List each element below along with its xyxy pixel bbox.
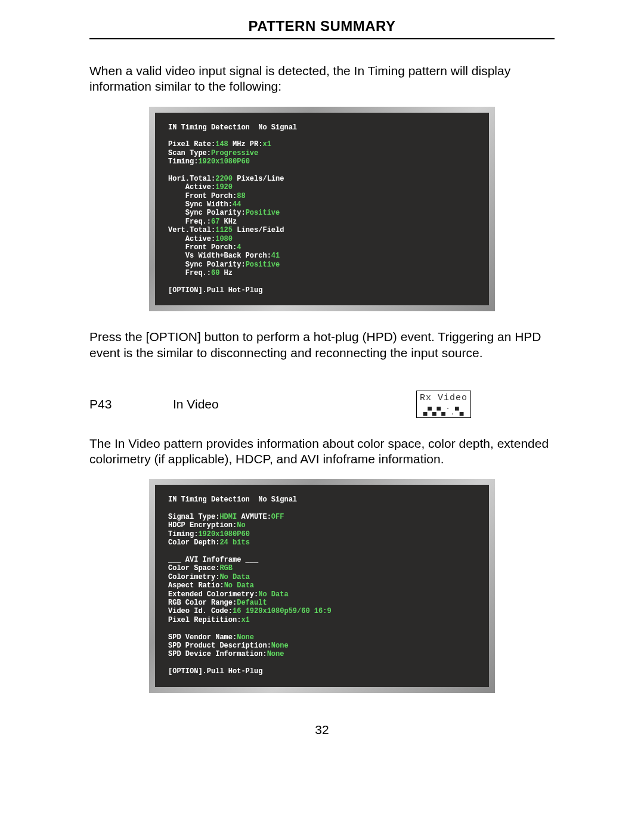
s2-line: Colorimetry: (168, 573, 219, 581)
s1-line: IN Timing Detection No Signal (168, 123, 297, 132)
s1-val: 60 (211, 269, 219, 277)
s1-val: 41 (271, 252, 280, 260)
s1-val: 1125 (215, 226, 233, 234)
s2-line: Aspect Ratio: (168, 581, 224, 590)
s1-line: Timing: (168, 157, 198, 166)
s1-line: [OPTION].Pull Hot-Plug (168, 286, 262, 295)
s1-line: Freq.: (168, 218, 211, 226)
s1-val: 4 (237, 243, 241, 252)
pattern-icon-label: Rx Video (420, 393, 467, 403)
s2-val: 1920x1080P60 (198, 530, 249, 538)
s2-val: No (237, 521, 245, 529)
s2-line: Signal Type: (168, 513, 219, 521)
s2-val: None (237, 633, 254, 642)
page-container: PATTERN SUMMARY When a valid video input… (0, 0, 644, 761)
s2-line: Color Space: (168, 564, 219, 572)
pattern-id: P43 (89, 397, 173, 411)
s1-line: Freq.: (168, 269, 211, 277)
s1-line: Vs Width+Back Porch: (168, 252, 271, 260)
s2-line: Extended Colorimetry: (168, 590, 258, 599)
s2-line: Color Depth: (168, 538, 219, 547)
s1-line: Lines/Field (233, 226, 284, 234)
s2-val: No Data (258, 590, 288, 599)
s2-val: None (271, 642, 289, 650)
screenshot-1: IN Timing Detection No Signal Pixel Rate… (155, 113, 489, 306)
s2-val: Default (237, 599, 267, 607)
s2-line: SPD Device Information: (168, 650, 267, 658)
pattern-icon-glyphs: ▄ ▄ . ▄▄ ▄ ▄ . ▄ (420, 404, 467, 415)
title-rule (89, 38, 555, 39)
s2-line: SPD Product Description: (168, 642, 271, 650)
s2-val: None (267, 650, 284, 658)
s2-val: No Data (219, 573, 249, 581)
s2-line: IN Timing Detection No Signal (168, 496, 297, 504)
s1-line: Hori.Total: (168, 175, 215, 183)
s1-val: Progressive (211, 149, 258, 157)
s2-val: RGB (219, 564, 233, 572)
s1-val: Positive (246, 261, 280, 269)
s2-val: OFF (271, 513, 284, 521)
s2-val: x1 (241, 616, 249, 624)
pattern-icon: Rx Video ▄ ▄ . ▄▄ ▄ ▄ . ▄ (416, 391, 471, 418)
s1-line: Hz (219, 269, 233, 277)
s1-line: Active: (168, 183, 215, 191)
s2-line: AVMUTE: (237, 513, 271, 521)
s2-val: No Data (224, 581, 254, 590)
s1-line: Pixels/Line (233, 175, 284, 183)
s1-val: 2200 (215, 175, 233, 183)
intro-paragraph: When a valid video input signal is detec… (89, 63, 555, 95)
pattern-name: In Video (173, 397, 292, 411)
page-number: 32 (89, 723, 555, 737)
s1-line: Sync Polarity: (168, 261, 246, 269)
s1-val: x1 (262, 140, 271, 148)
desc-paragraph: The In Video pattern provides informatio… (89, 436, 555, 467)
s1-val: 148 (215, 140, 228, 148)
s2-line: SPD Vendor Name: (168, 633, 237, 642)
s2-line: HDCP Encryption: (168, 521, 237, 529)
s1-line: MHz PR: (228, 140, 263, 148)
s2-val: HDMI (219, 513, 237, 521)
s1-val: 67 (211, 218, 219, 226)
screenshot-1-frame: IN Timing Detection No Signal Pixel Rate… (149, 107, 495, 312)
s1-line: KHz (219, 218, 237, 226)
screenshot-2-frame: IN Timing Detection No Signal Signal Typ… (149, 479, 495, 692)
s1-val: 1920 (215, 183, 233, 191)
s1-val: 1920x1080P60 (198, 157, 249, 166)
s2-val: 16 1920x1080p59/60 16:9 (233, 607, 332, 615)
screenshot-2: IN Timing Detection No Signal Signal Typ… (155, 485, 489, 686)
page-title: PATTERN SUMMARY (89, 18, 555, 35)
s1-line: Scan Type: (168, 149, 211, 157)
s1-line: Active: (168, 235, 215, 243)
s1-line: Pixel Rate: (168, 140, 215, 148)
mid-paragraph: Press the [OPTION] button to perform a h… (89, 329, 555, 361)
s1-line: Sync Polarity: (168, 209, 246, 217)
s1-val: 1080 (215, 235, 233, 243)
s2-val: 24 bits (219, 538, 249, 547)
s1-line: Vert.Total: (168, 226, 215, 234)
s2-line: Timing: (168, 530, 198, 538)
s2-line: ___ AVI Infoframe ___ (168, 556, 258, 564)
s1-line: Front Porch: (168, 192, 237, 200)
s2-line: Video Id. Code: (168, 607, 233, 615)
s1-val: 44 (233, 200, 241, 209)
s1-val: 88 (237, 192, 245, 200)
s2-line: [OPTION].Pull Hot-Plug (168, 667, 262, 676)
pattern-row: P43 In Video Rx Video ▄ ▄ . ▄▄ ▄ ▄ . ▄ (89, 391, 555, 418)
s2-line: RGB Color Range: (168, 599, 237, 607)
s1-line: Front Porch: (168, 243, 237, 252)
s2-line: Pixel Repitition: (168, 616, 241, 624)
s1-line: Sync Width: (168, 200, 233, 209)
s1-val: Positive (246, 209, 280, 217)
